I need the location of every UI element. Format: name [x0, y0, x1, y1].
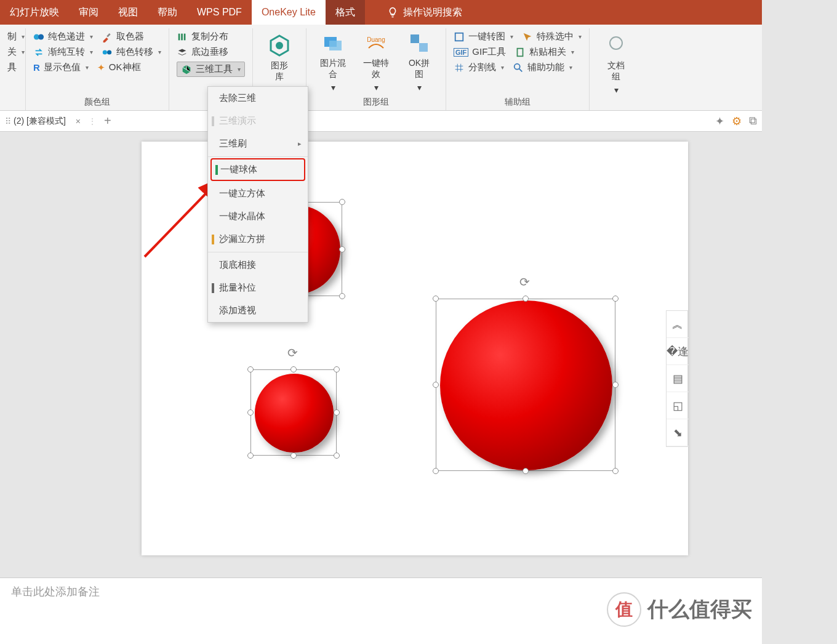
tab-slideshow[interactable]: 幻灯片放映	[0, 0, 69, 25]
pure-transfer-button[interactable]: 纯色转移▾	[102, 46, 161, 58]
rotate-handle-icon[interactable]: ⟳	[519, 275, 532, 287]
3d-tools-button[interactable]: 三维工具▾	[177, 62, 245, 77]
rotate-icon	[454, 31, 465, 42]
dots-icon	[102, 47, 113, 58]
clipboard-icon	[515, 47, 526, 58]
svg-point-3	[103, 50, 107, 54]
overlap-icon[interactable]: ◱	[667, 392, 689, 419]
tab-help[interactable]: 帮助	[148, 0, 187, 25]
pin-icon[interactable]: ✦	[715, 115, 724, 128]
wand-icon: ✦	[97, 62, 105, 73]
tell-me-search[interactable]: 操作说明搜索	[377, 0, 472, 25]
menu-one-click-cube[interactable]: 一键立方体	[208, 182, 308, 205]
doc-tab-add[interactable]: +	[104, 114, 111, 128]
svg-rect-7	[184, 33, 186, 40]
export-icon[interactable]: ⬊	[667, 419, 689, 446]
align-left-icon[interactable]: �逢	[667, 338, 689, 365]
shape-library-button[interactable]: 图形 库▾	[260, 33, 298, 95]
color-group-label: 颜色组	[33, 93, 161, 109]
svg-rect-14	[455, 33, 463, 41]
collapse-icon[interactable]: ︽	[667, 311, 689, 338]
pure-progressive-button[interactable]: 纯色递进▾	[33, 31, 93, 42]
svg-point-4	[107, 50, 111, 54]
svg-rect-5	[178, 33, 180, 40]
ribbon-tabbar: 幻灯片放映 审阅 视图 帮助 WPS PDF OneKey Lite 格式 操作…	[0, 0, 762, 25]
color-picker-button[interactable]: 取色器	[102, 31, 144, 42]
grid-icon	[454, 62, 465, 73]
aux-function-button[interactable]: 辅助功能▾	[513, 62, 572, 73]
one-click-effect-button[interactable]: Duang 一键特 效▾	[357, 31, 395, 92]
menu-3d-brush[interactable]: 三维刷▸	[208, 132, 308, 155]
slide-workspace: ⟳ ⟳ ︽ �逢 ▤ ◱ ⬊	[0, 132, 762, 578]
svg-point-1	[38, 34, 44, 39]
tab-view[interactable]: 视图	[108, 0, 148, 25]
red-sphere-2[interactable]	[255, 374, 334, 453]
copy-distribute-button[interactable]: 复制分布	[177, 31, 245, 42]
ribbon: 制▾ 关▾ 具 纯色递进▾ 取色器 渐纯互转▾	[0, 25, 762, 111]
shape-selection-3[interactable]: ⟳	[436, 299, 615, 471]
menu-top-bottom[interactable]: 顶底相接	[208, 254, 308, 276]
paste-related-button[interactable]: 粘贴相关▾	[515, 46, 574, 58]
3d-tools-dropdown: 去除三维 三维演示 三维刷▸ 一键球体 一键立方体 一键水晶体 沙漏立方拼 顶底…	[207, 86, 308, 323]
tab-onekey-lite[interactable]: OneKey Lite	[252, 0, 326, 25]
shape-selection-2[interactable]: ⟳	[250, 369, 337, 456]
window-icon[interactable]: ⧉	[749, 115, 757, 127]
one-rotate-button[interactable]: 一键转图▾	[454, 31, 513, 42]
layers-icon	[177, 47, 188, 58]
doc-tab-close[interactable]: ×	[76, 116, 81, 126]
notes-placeholder: 单击此处添加备注	[11, 586, 100, 598]
doc-tab-label[interactable]: (2) [兼容模式]	[14, 116, 66, 127]
ok-frame-button[interactable]: ✦ OK神框	[97, 62, 141, 73]
lightbulb-icon	[387, 7, 398, 18]
floating-toolbar: ︽ �逢 ▤ ◱ ⬊	[666, 310, 688, 447]
menu-one-click-crystal[interactable]: 一键水晶体	[208, 205, 308, 228]
menu-add-perspective[interactable]: 添加透视	[208, 299, 308, 322]
svg-rect-12	[410, 34, 419, 43]
svg-rect-15	[518, 48, 523, 56]
eyedropper-icon	[102, 31, 113, 42]
tab-review[interactable]: 审阅	[69, 0, 108, 25]
watermark-badge: 值	[607, 592, 641, 627]
doc-tab-drag-icon[interactable]: ⠿	[5, 116, 10, 126]
menu-sand-cube[interactable]: 沙漏立方拼	[208, 228, 308, 251]
watermark: 值 什么值得买	[607, 592, 752, 627]
distribute-icon[interactable]: ▤	[667, 365, 689, 392]
ribbon-tool-partial[interactable]: 具	[7, 62, 18, 73]
svg-point-16	[515, 63, 520, 69]
svg-rect-6	[181, 33, 183, 40]
svg-text:Duang: Duang	[367, 36, 385, 43]
tab-format[interactable]: 格式	[326, 0, 365, 25]
gif-icon: GIF	[454, 48, 468, 57]
menu-batch-fill[interactable]: 批量补位	[208, 276, 308, 299]
split-line-button[interactable]: 分割线▾	[454, 62, 504, 73]
blend-icon	[321, 31, 345, 55]
image-blend-button[interactable]: 图片混 合▾	[314, 31, 352, 92]
watermark-text: 什么值得买	[647, 595, 752, 624]
svg-rect-13	[419, 43, 428, 52]
hexagon-icon	[267, 33, 292, 58]
bottom-overlap-button[interactable]: 底边垂移	[177, 46, 245, 58]
ribbon-close-partial[interactable]: 关▾	[7, 46, 18, 58]
shape-group-label: 图形组	[314, 93, 438, 109]
red-sphere-3[interactable]	[440, 300, 612, 470]
gif-tool-button[interactable]: GIF GIF工具	[454, 46, 506, 58]
gradient-icon	[33, 31, 44, 42]
magnify-icon	[513, 62, 524, 73]
tab-wpspdf[interactable]: WPS PDF	[187, 0, 252, 25]
doc-group-button[interactable]: 文档 组▾	[597, 33, 635, 95]
bars-icon	[177, 31, 188, 42]
special-select-button[interactable]: 特殊选中▾	[522, 31, 582, 42]
gradient-rotate-button[interactable]: 渐纯互转▾	[33, 46, 93, 58]
svg-rect-2	[106, 33, 110, 37]
rotate-handle-icon[interactable]: ⟳	[287, 345, 300, 358]
show-color-value-button[interactable]: R 显示色值▾	[33, 62, 89, 73]
merge-icon	[407, 31, 431, 55]
svg-point-8	[276, 42, 283, 49]
letter-r-icon: R	[33, 62, 40, 73]
menu-remove-3d[interactable]: 去除三维	[208, 87, 308, 110]
aux-group-label: 辅助组	[454, 93, 582, 109]
ribbon-cut-partial[interactable]: 制▾	[7, 31, 18, 42]
menu-one-click-sphere[interactable]: 一键球体	[210, 158, 305, 181]
ok-merge-button[interactable]: OK拼 图▾	[400, 31, 438, 92]
gear-icon[interactable]: ⚙	[732, 115, 742, 128]
